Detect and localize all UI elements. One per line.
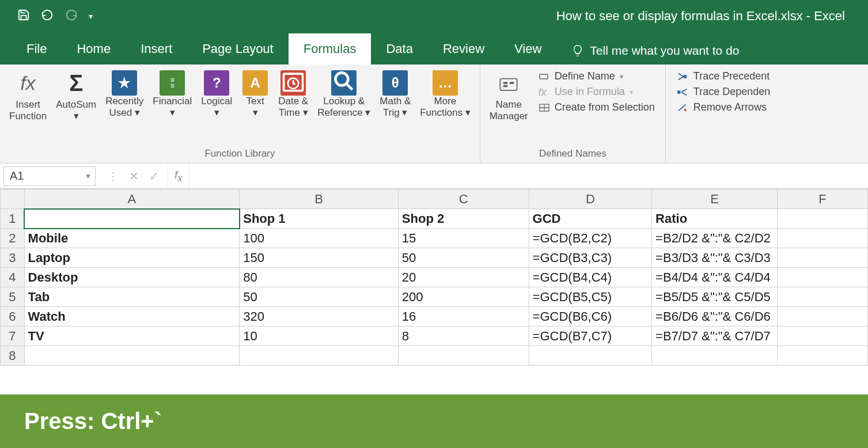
tab-formulas[interactable]: Formulas [289,33,372,64]
cell-E1[interactable]: Ratio [652,209,778,229]
undo-icon[interactable] [40,9,54,24]
cell-F6[interactable] [777,307,867,326]
cell-F1[interactable] [777,209,867,229]
tab-insert[interactable]: Insert [126,33,187,64]
worksheet-grid[interactable]: ABCDEF1Shop 1Shop 2GCDRatio2Mobile10015=… [0,189,868,366]
cell-B7[interactable]: 10 [240,326,399,346]
cell-E8[interactable] [652,346,778,366]
more-functions-button[interactable]: … More Functions ▾ [415,68,475,119]
math-trig-button[interactable]: θ Math & Trig ▾ [375,68,415,119]
tab-file[interactable]: File [12,33,62,64]
cell-C1[interactable]: Shop 2 [398,209,529,229]
use-in-formula-button[interactable]: fx Use in Formula ▾ [539,86,655,98]
name-manager-button[interactable]: Name Manager [485,68,533,123]
text-icon: A [242,70,268,96]
tell-me-search[interactable]: Tell me what you want to do [556,37,754,64]
cell-E4[interactable]: =B4/D4 &":"& C4/D4 [652,268,778,287]
row-header[interactable]: 1 [1,209,25,229]
cell-D2[interactable]: =GCD(B2,C2) [529,229,652,248]
cell-E2[interactable]: =B2/D2 &":"& C2/D2 [652,229,778,248]
column-header[interactable]: E [652,189,778,209]
cell-B5[interactable]: 50 [240,287,399,307]
cell-A7[interactable]: TV [24,326,240,346]
tab-page-layout[interactable]: Page Layout [187,33,289,64]
row-header[interactable]: 2 [1,229,25,248]
cell-D4[interactable]: =GCD(B4,C4) [529,268,652,287]
row-header[interactable]: 4 [1,268,25,287]
column-header[interactable]: D [529,189,652,209]
tab-review[interactable]: Review [428,33,499,64]
create-from-selection-button[interactable]: Create from Selection [539,101,655,113]
cell-D1[interactable]: GCD [529,209,652,229]
define-name-button[interactable]: Define Name ▾ [539,70,655,82]
cell-D3[interactable]: =GCD(B3,C3) [529,248,652,268]
column-header[interactable]: C [398,189,529,209]
cell-C5[interactable]: 200 [398,287,529,307]
cell-F8[interactable] [777,346,867,366]
trace-precedents-button[interactable]: Trace Precedent [676,70,770,82]
recently-used-button[interactable]: ★ Recently Used ▾ [101,68,148,119]
cell-C8[interactable] [398,346,529,366]
financial-button[interactable]: ≡≡ Financial▾ [148,68,196,119]
fx-icon[interactable]: fx [168,169,189,184]
row-header[interactable]: 5 [1,287,25,307]
cell-D6[interactable]: =GCD(B6,C6) [529,307,652,326]
row-header[interactable]: 6 [1,307,25,326]
cell-B2[interactable]: 100 [240,229,399,248]
cell-C7[interactable]: 8 [398,326,529,346]
cell-A5[interactable]: Tab [24,287,240,307]
row-header[interactable]: 8 [1,346,25,366]
cell-F3[interactable] [777,248,867,268]
cell-F4[interactable] [777,268,867,287]
cell-B4[interactable]: 80 [240,268,399,287]
cell-A4[interactable]: Desktop [24,268,240,287]
cell-A1[interactable] [24,209,240,229]
tab-home[interactable]: Home [62,33,126,64]
cell-B6[interactable]: 320 [240,307,399,326]
lookup-button[interactable]: Lookup & Reference ▾ [313,68,375,119]
cell-A6[interactable]: Watch [24,307,240,326]
cancel-formula-icon[interactable]: ✕ [129,169,139,183]
cell-C2[interactable]: 15 [398,229,529,248]
trace-dependents-button[interactable]: Trace Dependen [676,86,770,98]
text-button[interactable]: A Text▾ [237,68,274,119]
cell-A8[interactable] [24,346,240,366]
qat-customize-icon[interactable]: ▾ [89,12,93,21]
remove-arrows-button[interactable]: Remove Arrows [676,101,770,113]
row-header[interactable]: 3 [1,248,25,268]
insert-function-button[interactable]: fx Insert Function [5,68,51,123]
cell-B1[interactable]: Shop 1 [240,209,399,229]
logical-button[interactable]: ? Logical▾ [196,68,237,119]
tab-view[interactable]: View [499,33,556,64]
cell-E7[interactable]: =B7/D7 &":"& C7/D7 [652,326,778,346]
cell-E5[interactable]: =B5/D5 &":"& C5/D5 [652,287,778,307]
cell-E3[interactable]: =B3/D3 &":"& C3/D3 [652,248,778,268]
name-box[interactable]: A1 ▼ [3,166,96,186]
column-header[interactable]: F [777,189,867,209]
cell-D8[interactable] [529,346,652,366]
date-time-button[interactable]: Date & Time ▾ [274,68,313,119]
cell-A2[interactable]: Mobile [24,229,240,248]
cell-F5[interactable] [777,287,867,307]
cell-C3[interactable]: 50 [398,248,529,268]
cell-C4[interactable]: 20 [398,268,529,287]
select-all-corner[interactable] [1,189,25,209]
tab-data[interactable]: Data [371,33,427,64]
cell-E6[interactable]: =B6/D6 &":"& C6/D6 [652,307,778,326]
cell-F2[interactable] [777,229,867,248]
row-header[interactable]: 7 [1,326,25,346]
cell-B8[interactable] [240,346,399,366]
cell-B3[interactable]: 150 [240,248,399,268]
cell-D5[interactable]: =GCD(B5,C5) [529,287,652,307]
cell-D7[interactable]: =GCD(B7,C7) [529,326,652,346]
cell-F7[interactable] [777,326,867,346]
column-header[interactable]: B [240,189,399,209]
save-icon[interactable] [17,9,30,24]
redo-icon[interactable] [65,9,78,24]
column-header[interactable]: A [24,189,240,209]
cell-C6[interactable]: 16 [398,307,529,326]
enter-formula-icon[interactable]: ✓ [149,169,159,183]
formula-input[interactable] [189,164,868,188]
cell-A3[interactable]: Laptop [24,248,240,268]
autosum-button[interactable]: Σ AutoSum▾ [51,68,101,123]
